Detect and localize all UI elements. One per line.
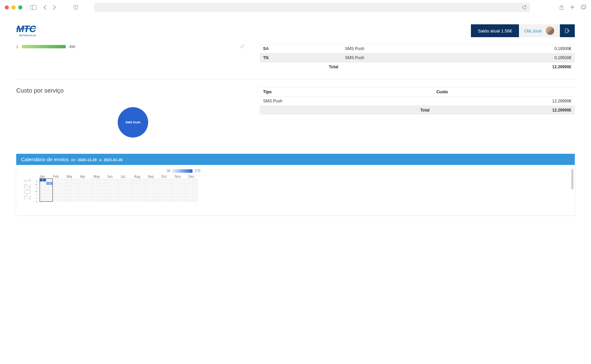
- traffic-lights: [5, 5, 22, 9]
- app-header: MTC MyTelecom.pt Saldo atual 1.56€ Olá J…: [0, 15, 591, 44]
- table-header-row: Tipo Custo: [260, 88, 575, 97]
- back-icon[interactable]: [43, 5, 47, 10]
- share-icon[interactable]: [559, 5, 564, 10]
- table-total-row: Total 12.29990€: [260, 63, 575, 72]
- custo-value: 12.29990€: [552, 99, 571, 103]
- logo-subtext: MyTelecom.pt: [19, 34, 36, 37]
- service-cost-table: Tipo Custo SMS Push 12.29990€ Total 12.2…: [260, 87, 575, 115]
- sidebar-toggle-icon[interactable]: [30, 5, 37, 10]
- dow-label: M: [35, 183, 38, 186]
- bar-snippet: 1 490: [16, 44, 250, 71]
- browser-chrome: [0, 0, 591, 15]
- heatmap[interactable]: 2021 S M T W T F S Jan Feb Mar Apr: [22, 175, 569, 203]
- scrollbar[interactable]: [571, 169, 573, 189]
- col-custo: Custo: [436, 90, 448, 94]
- bar-index: 1: [16, 45, 18, 49]
- month-label: Apr: [80, 175, 94, 178]
- calendar-title: Calendário de envios: [21, 156, 69, 162]
- reload-icon[interactable]: [522, 5, 527, 10]
- heatmap-grid: [40, 178, 202, 202]
- logout-button[interactable]: [560, 24, 575, 37]
- close-window-icon[interactable]: [5, 5, 9, 9]
- forward-icon[interactable]: [52, 5, 56, 10]
- dow-label: S: [35, 180, 38, 183]
- country-code: SA: [263, 46, 269, 51]
- service-name: SMS Push: [345, 46, 364, 51]
- balance-badge[interactable]: Saldo atual 1.56€: [471, 24, 519, 37]
- avatar: [546, 26, 554, 35]
- country-cost-table: SA SMS Push 0.19500€ TN SMS Push 0.19500…: [260, 44, 575, 71]
- month-label: Sep: [148, 175, 161, 178]
- dow-label: F: [35, 197, 38, 200]
- dow-label: S: [35, 200, 38, 203]
- col-tipo: Tipo: [263, 90, 272, 94]
- logout-icon: [565, 28, 570, 33]
- dow-labels: S M T W T F S: [35, 175, 38, 203]
- month-labels: Jan Feb Mar Apr May Jun Jul Aug Sep Oct …: [40, 175, 202, 178]
- tabs-icon[interactable]: [581, 5, 586, 10]
- total-label: Total: [420, 108, 430, 113]
- month-label: Oct: [161, 175, 175, 178]
- bar-value: 490: [69, 45, 75, 49]
- shield-icon[interactable]: [73, 5, 78, 10]
- total-value: 12.29990€: [552, 65, 571, 69]
- calendar-header: Calendário de envios del 2020-12-29 al 2…: [16, 154, 575, 165]
- edit-icon[interactable]: [240, 44, 250, 49]
- svg-rect-7: [582, 5, 586, 8]
- cal-date-to: 2021-01-05: [104, 158, 122, 162]
- total-label: Total: [329, 65, 338, 69]
- month-label: Jan: [40, 175, 53, 178]
- heatmap-legend: 30 170: [22, 169, 200, 173]
- balance-label: Saldo atual 1.56€: [478, 28, 512, 33]
- logo-text: MTC: [16, 25, 36, 33]
- month-label: May: [94, 175, 107, 178]
- user-menu[interactable]: Olá José: [519, 24, 560, 37]
- minimize-window-icon[interactable]: [12, 5, 16, 9]
- pie-chart[interactable]: SMS Push: [118, 107, 148, 138]
- table-row: TN SMS Push 0.19500€: [260, 53, 575, 63]
- total-value: 12.29990€: [552, 108, 571, 113]
- cal-del: del: [71, 158, 76, 162]
- logo[interactable]: MTC MyTelecom.pt: [16, 25, 36, 37]
- dow-label: T: [35, 187, 38, 190]
- cal-date-from: 2020-12-29: [78, 158, 97, 162]
- service-name: SMS Push: [345, 55, 364, 60]
- month-label: Jun: [107, 175, 121, 178]
- cost-value: 0.19500€: [554, 46, 571, 51]
- table-row: SMS Push 12.29990€: [260, 97, 575, 106]
- legend-min: 30: [166, 169, 170, 173]
- maximize-window-icon[interactable]: [18, 5, 22, 9]
- svg-rect-0: [31, 5, 37, 10]
- dow-label: W: [35, 190, 38, 193]
- address-bar[interactable]: [94, 3, 530, 12]
- month-label: Feb: [53, 175, 67, 178]
- legend-gradient-icon: [172, 169, 192, 173]
- month-label: Jul: [121, 175, 134, 178]
- month-label: Aug: [134, 175, 148, 178]
- month-label: Mar: [67, 175, 80, 178]
- section-title-service-cost: Custo por serviço: [16, 87, 250, 94]
- dow-label: T: [35, 193, 38, 196]
- svg-rect-6: [581, 6, 585, 9]
- calendar-panel: Calendário de envios del 2020-12-29 al 2…: [16, 154, 575, 215]
- legend-max: 170: [195, 169, 200, 173]
- month-label: Nov: [175, 175, 188, 178]
- country-code: TN: [263, 55, 269, 60]
- user-greeting: Olá José: [524, 28, 542, 33]
- table-total-row: Total 12.29990€: [260, 106, 575, 115]
- new-tab-icon[interactable]: [570, 5, 575, 10]
- cost-value: 0.19500€: [554, 55, 571, 60]
- year-label: 2021: [22, 178, 33, 200]
- pie-slice-label: SMS Push: [126, 121, 140, 124]
- cal-al: al: [99, 158, 102, 162]
- bar-track: [22, 45, 66, 48]
- table-row: SA SMS Push 0.19500€: [260, 44, 575, 53]
- month-label: Dec: [188, 175, 202, 178]
- tipo-value: SMS Push: [263, 99, 282, 103]
